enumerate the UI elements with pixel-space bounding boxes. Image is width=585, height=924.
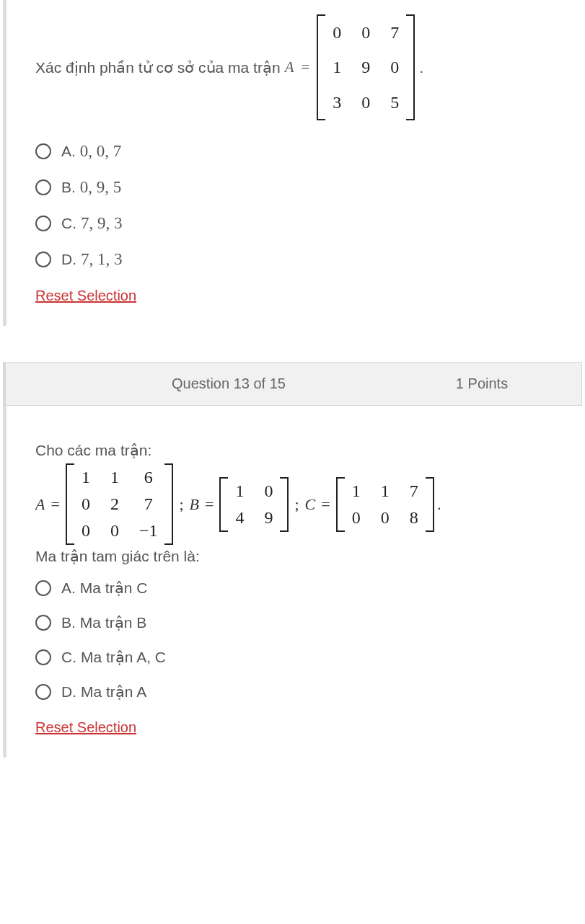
period: .	[437, 495, 441, 514]
var-b: B	[190, 495, 199, 514]
reset-selection-link[interactable]: Reset Selection	[35, 288, 136, 304]
prompt-text: Xác định phần tử cơ sở của ma trận	[35, 55, 281, 80]
radio-icon	[35, 179, 51, 195]
equals-sign: =	[298, 55, 312, 80]
option-value: Ma trận B	[80, 614, 146, 631]
option-letter: C.	[61, 649, 76, 666]
option-value: 0, 0, 7	[80, 142, 122, 161]
option-letter: D.	[61, 683, 76, 701]
option-c[interactable]: C. Ma trận A, C	[35, 640, 556, 675]
var-c: C	[305, 495, 316, 514]
matrix-c: 117 008	[336, 477, 434, 532]
radio-icon	[35, 216, 51, 231]
option-value: 7, 9, 3	[81, 214, 123, 233]
option-c[interactable]: C. 7, 9, 3	[35, 205, 556, 241]
radio-icon	[35, 252, 51, 267]
radio-icon	[35, 580, 51, 596]
matrix-a: 116 027 00−1	[66, 463, 174, 545]
question-12-options: A. 0, 0, 7 B. 0, 9, 5 C. 7, 9, 3 D. 7, 1…	[35, 133, 556, 277]
option-letter: B.	[61, 614, 76, 631]
option-b[interactable]: B. 0, 9, 5	[35, 169, 556, 205]
option-value: 7, 1, 3	[81, 250, 123, 269]
matrix-b: 10 49	[219, 477, 289, 532]
semicolon: ;	[176, 495, 186, 514]
option-b[interactable]: B. Ma trận B	[35, 605, 556, 640]
matrix-var-a: A	[285, 55, 294, 80]
option-value: Ma trận A, C	[81, 649, 166, 666]
question-points: 1 Points	[403, 376, 561, 392]
semicolon: ;	[291, 495, 302, 514]
option-letter: B.	[61, 179, 76, 196]
question-13-options: A. Ma trận C B. Ma trận B C. Ma trận A, …	[35, 571, 556, 709]
question-12: Xác định phần tử cơ sở của ma trận A = 0…	[3, 0, 585, 326]
radio-icon	[35, 649, 51, 665]
question-13-intro: Cho các ma trận:	[35, 442, 556, 459]
option-letter: D.	[61, 251, 76, 268]
option-letter: A.	[61, 143, 76, 160]
period: .	[419, 55, 423, 80]
matrices-definition: A = 116 027 00−1 ; B = 10 49 ; C =	[35, 463, 556, 545]
option-d[interactable]: D. Ma trận A	[35, 675, 556, 709]
question-header: Question 13 of 15 1 Points	[3, 362, 582, 406]
equals-sign: =	[318, 495, 333, 514]
matrix-a: 007 190 305	[317, 14, 415, 120]
equals-sign: =	[202, 495, 216, 514]
question-12-prompt: Xác định phần tử cơ sở của ma trận A = 0…	[35, 14, 556, 120]
equals-sign: =	[48, 495, 62, 514]
radio-icon	[35, 615, 51, 631]
option-value: Ma trận A	[81, 683, 146, 701]
option-letter: A.	[61, 579, 76, 597]
radio-icon	[35, 143, 51, 159]
option-value: Ma trận C	[80, 579, 148, 597]
option-a[interactable]: A. Ma trận C	[35, 571, 556, 605]
question-13-subprompt: Ma trận tam giác trên là:	[35, 548, 556, 565]
option-value: 0, 9, 5	[80, 178, 122, 197]
option-letter: C.	[61, 215, 76, 232]
var-a: A	[35, 495, 45, 514]
reset-selection-link[interactable]: Reset Selection	[35, 719, 136, 736]
question-13: Cho các ma trận: A = 116 027 00−1 ; B = …	[3, 406, 585, 758]
radio-icon	[35, 684, 51, 700]
option-d[interactable]: D. 7, 1, 3	[35, 241, 556, 277]
question-number: Question 13 of 15	[26, 376, 403, 392]
option-a[interactable]: A. 0, 0, 7	[35, 133, 556, 169]
